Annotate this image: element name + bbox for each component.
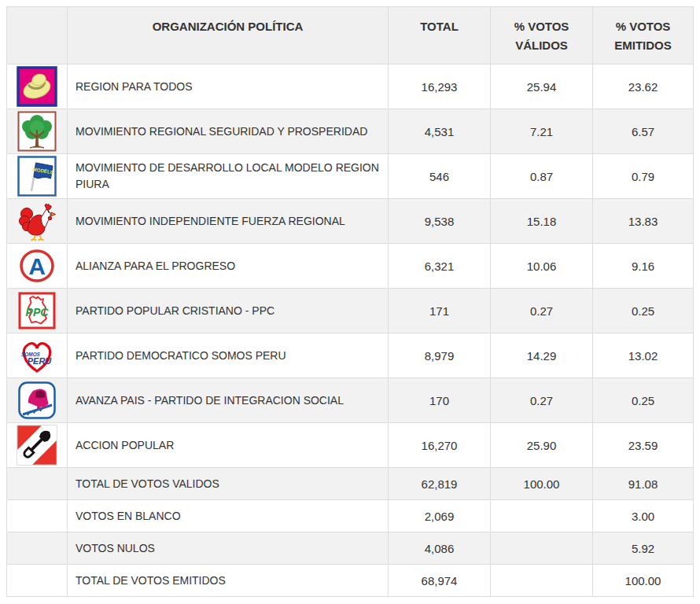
party-symbol-cell: A bbox=[7, 244, 68, 289]
party-symbol-cell bbox=[7, 199, 68, 244]
pct-votos-validos-value: 0.27 bbox=[491, 289, 593, 333]
total-votes-value: 4,086 bbox=[389, 532, 491, 565]
table-row: SOMOSPERU PARTIDO DEMOCRATICO SOMOS PERU… bbox=[7, 333, 694, 378]
table-row: VOTOS EN BLANCO 2,069 3.00 bbox=[7, 500, 694, 532]
svg-text:PERU: PERU bbox=[28, 356, 53, 366]
avanza-pais-train-icon bbox=[7, 381, 67, 420]
header-organizacion-politica: ORGANIZACIÓN POLÍTICA bbox=[68, 7, 389, 64]
header-row: ORGANIZACIÓN POLÍTICA TOTAL % VOTOS VÁLI… bbox=[7, 7, 694, 64]
pct-votos-emitidos-value: 0.25 bbox=[593, 289, 694, 333]
table-row: MOVIMIENTO INDEPENDIENTE FUERZA REGIONAL… bbox=[7, 199, 694, 244]
pct-votos-validos-value: 100.00 bbox=[491, 468, 593, 500]
party-symbol-cell: PPC bbox=[7, 289, 68, 333]
party-symbol-cell bbox=[7, 468, 68, 500]
pct-votos-emitidos-value: 23.59 bbox=[593, 423, 694, 468]
election-results-table-container: ORGANIZACIÓN POLÍTICA TOTAL % VOTOS VÁLI… bbox=[6, 6, 694, 597]
modelo-flag-icon: MODELO bbox=[7, 156, 67, 197]
party-symbol-cell bbox=[7, 500, 68, 532]
rooster-icon bbox=[7, 201, 67, 241]
total-votes-value: 68,974 bbox=[389, 565, 491, 597]
pct-votos-validos-value: 0.27 bbox=[491, 378, 593, 423]
table-header: ORGANIZACIÓN POLÍTICA TOTAL % VOTOS VÁLI… bbox=[7, 7, 694, 64]
total-votes-value: 546 bbox=[389, 154, 491, 199]
alianza-a-icon: A bbox=[7, 247, 67, 285]
total-votes-value: 4,531 bbox=[389, 109, 491, 154]
table-body: REGION PARA TODOS 16,293 25.94 23.62 MOV… bbox=[7, 64, 694, 597]
pct-votos-emitidos-value: 100.00 bbox=[593, 565, 694, 597]
pct-votos-validos-value: 25.90 bbox=[491, 423, 593, 468]
pct-votos-emitidos-value: 5.92 bbox=[593, 532, 694, 565]
somos-peru-heart-icon: SOMOSPERU bbox=[7, 336, 67, 375]
organization-name: VOTOS EN BLANCO bbox=[68, 500, 389, 532]
party-symbol-cell bbox=[7, 378, 68, 423]
party-symbol-cell bbox=[7, 423, 68, 468]
pct-votos-emitidos-value: 13.02 bbox=[593, 333, 694, 378]
organization-name: PARTIDO POPULAR CRISTIANO - PPC bbox=[68, 289, 389, 333]
table-row: ACCION POPULAR 16,270 25.90 23.59 bbox=[7, 423, 694, 468]
table-row: REGION PARA TODOS 16,293 25.94 23.62 bbox=[7, 64, 694, 109]
svg-text:A: A bbox=[28, 253, 46, 279]
total-votes-value: 170 bbox=[389, 378, 491, 423]
table-row: TOTAL DE VOTOS EMITIDOS 68,974 100.00 bbox=[7, 565, 694, 597]
pct-votos-validos-value: 25.94 bbox=[491, 64, 593, 109]
pct-votos-emitidos-value: 13.83 bbox=[593, 199, 694, 244]
pct-votos-emitidos-value: 6.57 bbox=[593, 109, 694, 154]
pct-votos-emitidos-value: 0.79 bbox=[593, 154, 694, 199]
table-row: AVANZA PAIS - PARTIDO DE INTEGRACION SOC… bbox=[7, 378, 694, 423]
table-row: MODELO MOVIMIENTO DE DESARROLLO LOCAL MO… bbox=[7, 154, 694, 199]
organization-name: MOVIMIENTO REGIONAL SEGURIDAD Y PROSPERI… bbox=[68, 109, 389, 154]
table-row: VOTOS NULOS 4,086 5.92 bbox=[7, 532, 694, 565]
hat-icon bbox=[7, 66, 67, 107]
organization-name: TOTAL DE VOTOS VALIDOS bbox=[68, 468, 389, 500]
table-row: MOVIMIENTO REGIONAL SEGURIDAD Y PROSPERI… bbox=[7, 109, 694, 154]
party-symbol-cell bbox=[7, 64, 68, 109]
pct-votos-emitidos-value: 9.16 bbox=[593, 244, 694, 289]
pct-votos-validos-value: 0.87 bbox=[491, 154, 593, 199]
organization-name: VOTOS NULOS bbox=[68, 532, 389, 565]
total-votes-value: 8,979 bbox=[389, 333, 491, 378]
total-votes-value: 16,270 bbox=[389, 423, 491, 468]
total-votes-value: 62,819 bbox=[389, 468, 491, 500]
table-row: PPC PARTIDO POPULAR CRISTIANO - PPC 171 … bbox=[7, 289, 694, 333]
total-votes-value: 171 bbox=[389, 289, 491, 333]
pct-votos-validos-value: 7.21 bbox=[491, 109, 593, 154]
organization-name: MOVIMIENTO DE DESARROLLO LOCAL MODELO RE… bbox=[68, 154, 389, 199]
total-votes-value: 16,293 bbox=[389, 64, 491, 109]
pct-votos-validos-value: 14.29 bbox=[491, 333, 593, 378]
pct-votos-validos-value bbox=[491, 565, 593, 597]
pct-votos-validos-value: 15.18 bbox=[491, 199, 593, 244]
pct-votos-emitidos-value: 23.62 bbox=[593, 64, 694, 109]
organization-name: ALIANZA PARA EL PROGRESO bbox=[68, 244, 389, 289]
tree-icon bbox=[7, 111, 67, 152]
organization-name: ACCION POPULAR bbox=[68, 423, 389, 468]
total-votes-value: 6,321 bbox=[389, 244, 491, 289]
organization-name: PARTIDO DEMOCRATICO SOMOS PERU bbox=[68, 333, 389, 378]
pct-votos-emitidos-value: 0.25 bbox=[593, 378, 694, 423]
table-row: TOTAL DE VOTOS VALIDOS 62,819 100.00 91.… bbox=[7, 468, 694, 500]
pct-votos-emitidos-value: 3.00 bbox=[593, 500, 694, 532]
total-votes-value: 9,538 bbox=[389, 199, 491, 244]
organization-name: AVANZA PAIS - PARTIDO DE INTEGRACION SOC… bbox=[68, 378, 389, 423]
party-symbol-cell: MODELO bbox=[7, 154, 68, 199]
party-symbol-cell bbox=[7, 532, 68, 565]
header-icon-column bbox=[7, 7, 68, 64]
svg-text:PPC: PPC bbox=[26, 306, 50, 319]
pct-votos-validos-value bbox=[491, 532, 593, 565]
party-symbol-cell bbox=[7, 109, 68, 154]
table-row: A ALIANZA PARA EL PROGRESO 6,321 10.06 9… bbox=[7, 244, 694, 289]
header-total: TOTAL bbox=[389, 7, 491, 64]
organization-name: REGION PARA TODOS bbox=[68, 64, 389, 109]
header-pct-votos-validos: % VOTOS VÁLIDOS bbox=[491, 7, 593, 64]
pct-votos-emitidos-value: 91.08 bbox=[593, 468, 694, 500]
organization-name: TOTAL DE VOTOS EMITIDOS bbox=[68, 565, 389, 597]
header-pct-votos-emitidos: % VOTOS EMITIDOS bbox=[593, 7, 694, 64]
party-symbol-cell bbox=[7, 565, 68, 597]
accion-popular-shovel-icon bbox=[7, 425, 67, 466]
party-symbol-cell: SOMOSPERU bbox=[7, 333, 68, 378]
organization-name: MOVIMIENTO INDEPENDIENTE FUERZA REGIONAL bbox=[68, 199, 389, 244]
total-votes-value: 2,069 bbox=[389, 500, 491, 532]
pct-votos-validos-value bbox=[491, 500, 593, 532]
election-results-table: ORGANIZACIÓN POLÍTICA TOTAL % VOTOS VÁLI… bbox=[6, 6, 694, 597]
pct-votos-validos-value: 10.06 bbox=[491, 244, 593, 289]
ppc-map-icon: PPC bbox=[7, 290, 67, 331]
